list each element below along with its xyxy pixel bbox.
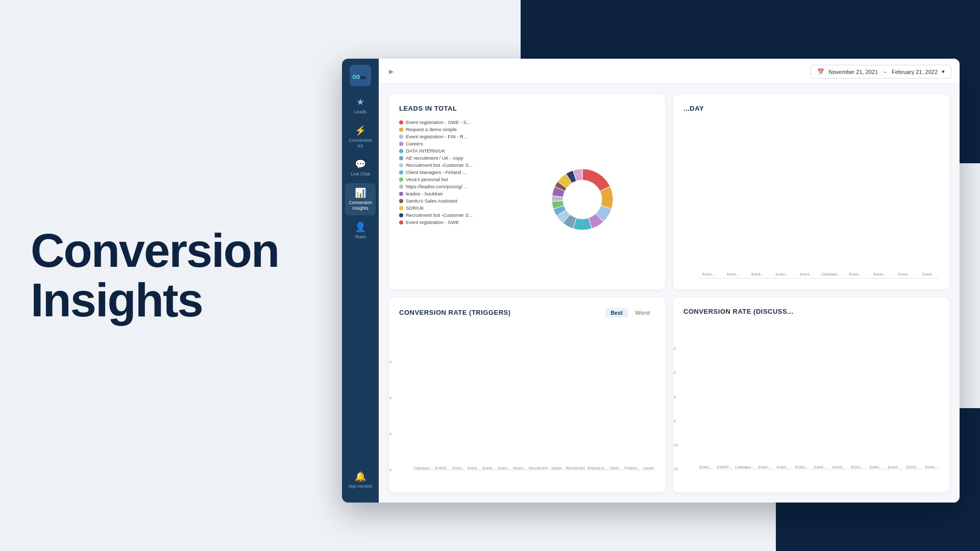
sidebar-item-live-chat[interactable]: 💬 Live Chat xyxy=(345,155,376,181)
legend-dot xyxy=(399,213,403,217)
legend-dot xyxy=(399,120,403,124)
app-version-button[interactable]: 🔔 App version xyxy=(345,468,376,492)
discuss-chart: 120100806040200 Event...EVENT...Colleagu… xyxy=(683,322,939,471)
bar-group: Event... xyxy=(886,464,902,469)
bar-group: Colleague... xyxy=(735,464,754,469)
sidebar-item-live-chat-label: Live Chat xyxy=(351,171,370,177)
discuss-title: CONVERSION RATE (DISCUSS... xyxy=(683,308,939,315)
legend-item: Event registration - FIN - R... xyxy=(399,134,501,139)
bar-x-label: Event... xyxy=(906,465,919,469)
leads-in-total-card: LEADS IN TOTAL Event registration - SWE … xyxy=(389,94,665,289)
y-axis-label: 0 xyxy=(673,322,678,327)
bar-x-label: EVENT... xyxy=(435,466,449,470)
bar-group: Colleague... xyxy=(413,465,432,470)
bar-group: EVENT... xyxy=(716,464,732,469)
date-filter[interactable]: 📅 November 21, 2021 → February 21, 2022 … xyxy=(811,65,951,79)
tab-worst[interactable]: Worst xyxy=(630,308,655,317)
y-axis-label: 80 xyxy=(389,468,391,472)
legend-dot xyxy=(399,192,403,196)
legend-label: Careers xyxy=(406,141,423,146)
sidebar-item-conversion-kit[interactable]: ⚡ ConversionKit xyxy=(345,121,376,153)
leads-per-day-chart: Event...Event...Event...Event...Event...… xyxy=(698,119,939,279)
y-axis-label: 40 xyxy=(673,370,678,375)
legend-dot xyxy=(399,170,403,174)
sidebar-item-conversion-insights-label: ConversionInsights xyxy=(349,200,372,211)
sidebar-logo[interactable]: ∞ xyxy=(350,65,371,86)
sidebar-item-leads[interactable]: ★ Leads xyxy=(345,92,376,119)
bar-group: Event... xyxy=(698,464,714,469)
conversion-discuss-card: CONVERSION RATE (DISCUSS... 120100806040… xyxy=(673,297,949,492)
triggers-card-header: CONVERSION RATE (TRIGGERS) Best Worst xyxy=(399,308,655,317)
sidebar-bottom: 🔔 App version xyxy=(345,468,376,496)
bar-x-label: Event... xyxy=(925,465,937,469)
bar-group: Event... xyxy=(498,465,510,470)
calendar-icon: 📅 xyxy=(817,68,824,75)
bar-group: Event... xyxy=(467,465,480,470)
hero-title-line2: Insights xyxy=(31,274,203,326)
y-axis-label: 80 xyxy=(673,419,678,423)
logo-icon: ∞ xyxy=(352,70,369,81)
legend-label: AE recruitment / UK - copy xyxy=(406,155,463,161)
app-window: ∞ ★ Leads ⚡ ConversionKit 💬 Live Chat 📊 … xyxy=(342,59,960,503)
discuss-y-axis: 120100806040200 xyxy=(673,322,678,471)
legend-dot xyxy=(399,163,403,167)
sidebar-item-team-label: Team xyxy=(355,234,366,240)
bar-x-label: Event... xyxy=(468,466,480,470)
legend-label: Santtu's Sales Assistant xyxy=(406,198,457,204)
bar-x-label: Event... xyxy=(751,272,764,276)
hero-section: Conversion Insights xyxy=(31,226,311,324)
legend-label: Event registration - SWE xyxy=(406,219,459,225)
legend-item: Recruitment bot -Customer S... xyxy=(399,212,501,218)
bar-x-label: Event... xyxy=(702,272,715,276)
hero-title-line1: Conversion xyxy=(31,224,279,277)
bar-group: EVENT... xyxy=(435,465,449,470)
legend-item: https://leadoo.com/pricing/ ... xyxy=(399,184,501,189)
bar-x-label: Event... xyxy=(870,465,882,469)
legend-dot xyxy=(399,135,403,139)
sidebar-item-conversion-insights[interactable]: 📊 ConversionInsights xyxy=(345,183,376,215)
bar-x-label: Event... xyxy=(922,272,935,276)
bar-x-label: Client... xyxy=(609,466,622,470)
sidebar: ∞ ★ Leads ⚡ ConversionKit 💬 Live Chat 📊 … xyxy=(342,59,379,503)
bar-group: Event... xyxy=(893,271,915,276)
bar-group: Event... xyxy=(830,464,846,469)
bar-group: Event... xyxy=(722,271,744,276)
legend-label: DATA INTERN/UK xyxy=(406,148,445,154)
y-axis-label: 0 xyxy=(389,323,391,328)
sidebar-item-team[interactable]: 👤 Team xyxy=(345,217,376,244)
y-axis-label: 20 xyxy=(389,360,391,364)
bar-group: Colleague... xyxy=(820,271,842,276)
legend-item: Recruitment bot -Customer S... xyxy=(399,162,501,168)
legend-label: SDR/UK xyxy=(406,205,424,211)
donut-chart xyxy=(542,159,623,240)
leads-per-day-card: ...DAY 86420 Event...Event...Event...Eve… xyxy=(673,94,949,289)
leads-legend: Event registration - SWE - S... Request … xyxy=(399,119,501,279)
bar-group: Event... xyxy=(869,271,890,276)
bar-group: Event... xyxy=(918,271,939,276)
legend-dot xyxy=(399,199,403,203)
bar-x-label: leadoo xyxy=(551,466,562,470)
date-end: February 21, 2022 xyxy=(892,69,938,75)
bar-group: Event... xyxy=(698,271,719,276)
triggers-tabs: Best Worst xyxy=(605,308,655,317)
bar-group: Event... xyxy=(904,464,920,469)
bar-x-label: Request a... xyxy=(587,466,607,470)
tab-best[interactable]: Best xyxy=(605,308,628,317)
notification-icon: 🔔 xyxy=(355,471,366,482)
bar-x-label: Event... xyxy=(483,466,495,470)
bar-group: Event... xyxy=(482,465,495,470)
bar-group: Client... xyxy=(609,465,622,470)
bar-group: Event... xyxy=(771,271,793,276)
legend-label: Client Managers - Finland ... xyxy=(406,169,467,175)
date-start: November 21, 2021 xyxy=(828,69,878,75)
y-axis-label: 120 xyxy=(673,467,678,471)
legend-item: Request a demo simple xyxy=(399,127,501,132)
date-arrow: → xyxy=(882,69,888,75)
chevron-down-icon: ▾ xyxy=(942,68,945,75)
legend-label: leadoo - buukkari xyxy=(406,191,443,196)
bar-x-label: Event... xyxy=(832,465,845,469)
expand-icon[interactable]: ▶ xyxy=(389,68,394,75)
legend-label: Event registration - FIN - R... xyxy=(406,134,468,139)
bar-x-label: EVENT... xyxy=(717,465,731,469)
live-chat-icon: 💬 xyxy=(355,159,366,170)
